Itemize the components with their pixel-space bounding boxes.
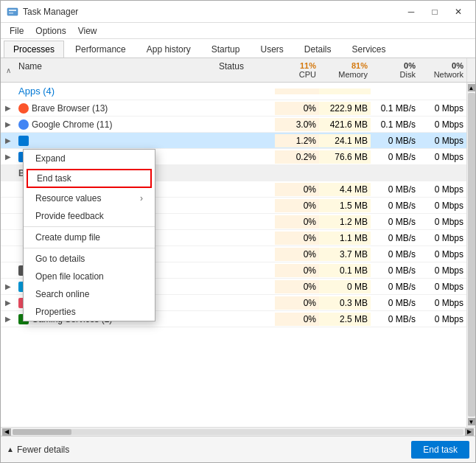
title-controls: ─ □ ✕ [400,4,469,19]
apps-section-header: Apps (4) [1,83,466,100]
sort-arrow[interactable]: ∧ [1,58,15,82]
table-row[interactable]: ▶ Brave Browser (13) 0% 222.9 MB 0.1 MB/… [1,100,466,116]
process-memory: 222.9 MB [319,102,371,115]
context-menu: Expand End task Resource values › Provid… [23,149,155,321]
content-area: ∧ Name Status 11% CPU 81% Memory 0% Disk… [1,58,475,436]
h-scroll-thumb[interactable] [13,429,71,435]
scroll-left-btn[interactable]: ◀ [2,428,11,436]
tabs-bar: Processes Performance App history Startu… [1,39,475,58]
expand-icon[interactable]: ▶ [1,153,15,161]
process-cpu: 3.0% [275,118,319,131]
title-bar: Task Manager ─ □ ✕ [1,1,475,23]
col-header-name[interactable]: Name [15,58,216,82]
scroll-thumb[interactable] [468,93,475,417]
process-memory: 76.6 MB [319,150,371,164]
table-row[interactable]: ▶ 1.2% 24.1 MB 0 MB/s 0 Mbps [1,133,466,149]
horizontal-scrollbar[interactable]: ◀ ▶ [1,427,475,436]
process-name: Brave Browser (13) [15,102,216,115]
process-memory: 421.6 MB [319,118,371,131]
chrome-icon [18,119,29,130]
process-name [15,134,216,147]
window-title: Task Manager [23,7,78,17]
scroll-down-btn[interactable]: ▼ [468,418,475,425]
menu-view[interactable]: View [72,24,103,38]
menu-file[interactable]: File [4,24,29,38]
process-network: 0 Mbps [419,150,466,164]
column-header-row: ∧ Name Status 11% CPU 81% Memory 0% Disk… [1,58,475,83]
fewer-details-label: Fewer details [17,445,69,455]
fewer-details-button[interactable]: ▲ Fewer details [7,445,69,455]
end-task-button[interactable]: End task [411,441,469,459]
apps-section-label: Apps (4) [18,86,55,97]
process-cpu: 1.2% [275,134,319,147]
ctx-properties[interactable]: Properties [24,303,155,321]
expand-icon[interactable]: ▶ [1,120,15,128]
bottom-bar: ▲ Fewer details End task [1,436,475,462]
ctx-open-file-location[interactable]: Open file location [24,268,155,285]
scroll-right-btn[interactable]: ▶ [465,428,474,436]
taskmanager-icon [7,6,18,18]
col-header-memory[interactable]: 81% Memory [319,58,371,82]
svg-rect-0 [7,8,18,15]
scrollbar[interactable]: ▲ ▼ [466,83,475,427]
process-disk: 0 MB/s [371,150,419,164]
ctx-expand[interactable]: Expand [24,150,155,167]
tab-details[interactable]: Details [295,41,341,58]
brave-icon [18,103,29,114]
process-network: 0 Mbps [419,118,466,131]
process-status [216,139,275,142]
menu-bar: File Options View [1,23,475,39]
menu-options[interactable]: Options [29,24,71,38]
tab-services[interactable]: Services [343,41,396,58]
process-name: Google Chrome (11) [15,118,216,131]
ms-icon [18,136,29,146]
expand-icon[interactable]: ▶ [1,104,15,112]
col-header-network[interactable]: 0% Network [419,58,466,82]
process-status [216,123,275,126]
tab-users[interactable]: Users [251,41,293,58]
ctx-create-dump[interactable]: Create dump file [24,229,155,246]
ctx-go-to-details[interactable]: Go to details [24,250,155,268]
process-disk: 0.1 MB/s [371,102,419,115]
process-status [216,107,275,110]
expand-icon[interactable]: ▶ [1,299,15,307]
process-cpu: 0.2% [275,150,319,164]
tab-startup[interactable]: Startup [202,41,250,58]
process-memory: 24.1 MB [319,134,371,147]
table-row[interactable]: ▶ Google Chrome (11) 3.0% 421.6 MB 0.1 M… [1,116,466,133]
ctx-separator2 [24,248,155,248]
col-header-disk[interactable]: 0% Disk [371,58,419,82]
process-status [216,156,275,159]
ctx-search-online[interactable]: Search online [24,285,155,303]
title-bar-left: Task Manager [7,6,78,18]
task-manager-window: Task Manager ─ □ ✕ File Options View Pro… [0,0,476,463]
process-cpu: 0% [275,102,319,115]
process-network: 0 Mbps [419,134,466,147]
ctx-resource-values[interactable]: Resource values › [24,189,155,207]
svg-rect-1 [9,10,16,11]
close-button[interactable]: ✕ [447,4,469,19]
tab-performance[interactable]: Performance [66,41,136,58]
process-disk: 0 MB/s [371,134,419,147]
h-scroll-track[interactable] [13,429,463,435]
expand-icon[interactable]: ▶ [1,136,15,145]
ctx-provide-feedback[interactable]: Provide feedback [24,207,155,225]
tab-processes[interactable]: Processes [4,41,64,58]
maximize-button[interactable]: □ [424,4,446,19]
tab-app-history[interactable]: App history [137,41,200,58]
col-header-cpu[interactable]: 11% CPU [275,58,319,82]
process-disk: 0.1 MB/s [371,118,419,131]
ctx-end-task[interactable]: End task [27,169,152,188]
expand-icon[interactable]: ▶ [1,282,15,290]
process-network: 0 Mbps [419,102,466,115]
expand-icon[interactable]: ▶ [1,315,15,323]
minimize-button[interactable]: ─ [400,4,422,19]
fewer-details-arrow: ▲ [7,445,14,453]
svg-rect-2 [9,13,13,14]
ctx-separator [24,226,155,227]
scroll-up-btn[interactable]: ▲ [468,84,475,91]
col-header-status[interactable]: Status [216,58,275,82]
